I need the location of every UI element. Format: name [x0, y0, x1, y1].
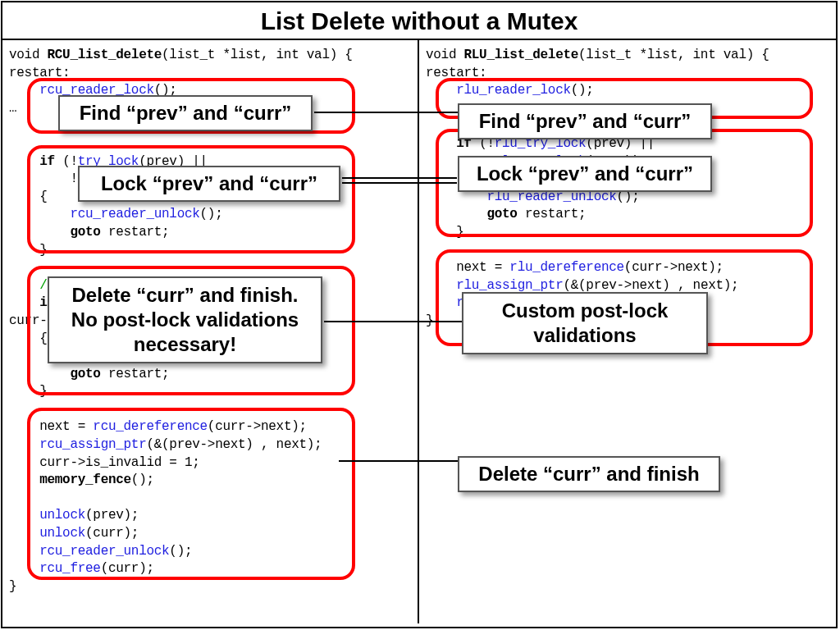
callout-lock-right: Lock “prev” and “curr” [458, 156, 712, 192]
leader-find [314, 112, 458, 113]
callout-delete-right: Delete “curr” and finish [458, 456, 720, 492]
leader-valid [324, 321, 462, 322]
leader-lock [342, 182, 457, 184]
callout-lock-left: Lock “prev” and “curr” [78, 166, 340, 202]
callout-find-right: Find “prev” and “curr” [458, 103, 712, 139]
leader-delete [339, 460, 458, 462]
callout-find-left: Find “prev” and “curr” [58, 95, 313, 131]
callout-valid-right: Custom post-lock validations [462, 292, 708, 354]
slide: List Delete without a Mutex void RCU_lis… [1, 1, 838, 628]
leader-lock2 [342, 177, 457, 179]
page-title: List Delete without a Mutex [2, 2, 836, 40]
callout-delete-left: Delete “curr” and finish. No post-lock v… [48, 276, 322, 363]
